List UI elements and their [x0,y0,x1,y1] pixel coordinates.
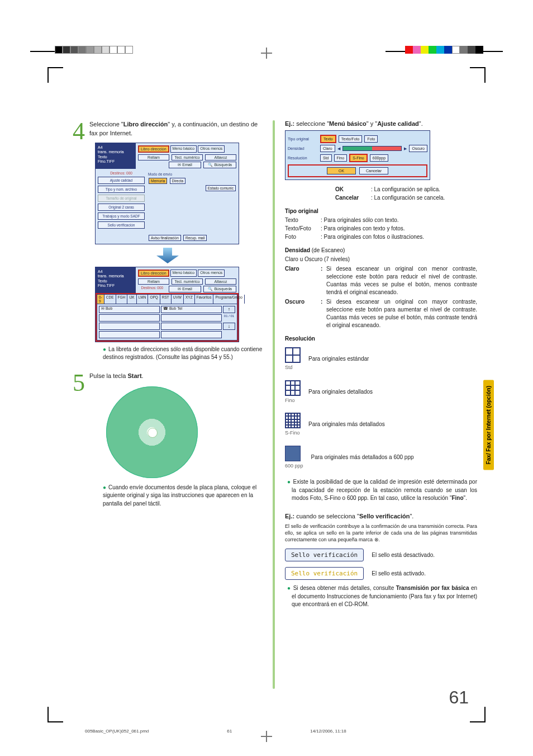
btn-aviso[interactable]: Aviso finalización [149,235,181,241]
ok-button[interactable]: OK [327,167,356,174]
step-number: 5 [73,372,85,394]
left-column: 4 Seleccione "Libro dirección" y, a cont… [73,120,263,689]
stamp-note: ●Si desea obtener más detalles, consulte… [285,584,477,609]
mfp-screenshot-1: A4 trans. memoria Texto Fino.TIFF Libro … [95,143,239,244]
btn-estado[interactable]: Estado comunic [206,185,236,191]
stamp-off-button[interactable]: Sello verificación [285,549,364,561]
btn-busqueda[interactable]: 🔍 Búsqueda [203,162,236,168]
reg-strip-left [30,46,147,57]
arrow-down-icon [156,248,179,263]
contact-bob-tel[interactable]: ☎ Bob Tel [161,306,222,313]
tab-libro[interactable]: Libro dirección [138,145,169,153]
column-separator [273,120,275,689]
crop-br [470,707,486,722]
densidad-block: Densidad (de Escaneo) Claro u Oscuro (7 … [285,247,477,329]
crop-tl [47,67,63,83]
side-buttons: Destinos: 000 Ajuste calidad Tipo y nom.… [98,171,145,229]
quality-panel-screenshot: Tipo original Texto Texto/Foto Foto Dens… [285,130,430,180]
step-text: Pulse la tecla Start. [73,372,263,381]
crop-tr [470,67,486,83]
qp-sfino[interactable]: S-Fino [349,154,368,162]
stamp-on-button[interactable]: Sello verificación [285,567,364,580]
scroll-up-icon[interactable]: ↑ [223,306,235,313]
btn-recup[interactable]: Recup. mail [183,235,207,241]
start-button-illustration [106,386,198,478]
example-2: Ej.: cuando se selecciona "Sello verific… [285,513,477,519]
page-content: 4 Seleccione "Libro dirección" y, a cont… [73,120,477,689]
btn-memoria[interactable]: Memoria [149,178,167,184]
ok-cancel-desc: OK: La configuración se aplica. Cancelar… [335,186,477,202]
qp-600ppp[interactable]: 600ppp [370,154,388,162]
qp-fino[interactable]: Fino [334,154,348,162]
btn-directa[interactable]: Directa [170,178,186,184]
std-icon [285,347,301,363]
sb-sadf[interactable]: Trabajos y modo SADF [98,212,145,220]
step-text: Seleccione "Libro dirección" y, a contin… [73,120,263,138]
stamp-off-label: El sello está desactivado. [372,552,435,558]
btn-email[interactable]: ✉ Email [169,162,202,168]
mfp-screenshot-2: A4 trans. memoria Texto Fino.TIFF Libro … [95,267,239,342]
sb-ajuste[interactable]: Ajuste calidad [98,177,145,184]
step-4: 4 Seleccione "Libro dirección" y, a cont… [73,120,263,362]
crop-bl [47,707,63,722]
sb-tamano[interactable]: Tamaño de original [98,195,145,202]
density-slider[interactable] [342,146,402,151]
scroll-down-icon[interactable]: ↓ [223,323,235,330]
sb-sello[interactable]: Sello verificación [98,221,145,229]
qp-claro[interactable]: Claro [320,145,335,152]
qp-oscuro[interactable]: Oscuro [409,145,427,152]
reg-strip-right [386,46,503,57]
btn-rellam[interactable]: Rellam [138,154,169,160]
addressbook-note: ●La libreta de direcciones sólo está dis… [73,346,263,362]
cancel-button[interactable]: Cancelar [359,167,388,174]
qp-texto[interactable]: Texto [320,135,336,143]
manual-page: Fax/ Fax por Internet (opción) 4 Selecci… [0,0,533,756]
tab-menu-basico[interactable]: Menú básico [170,145,197,153]
600ppp-icon [285,446,301,461]
qp-foto[interactable]: Foto [364,135,378,143]
tipo-original-block: Tipo original Texto: Para originales sól… [285,207,477,241]
sfino-icon [285,413,301,428]
example-1: Ej.: seleccione "Menú básico" y "Ajuste … [285,120,477,127]
address-book-highlight: 0-9 CDE FGH IJK LMN OPQ RST UVW XYZ Favo… [96,293,239,342]
btn-tecl[interactable]: Tecl. numérico [172,154,203,160]
fino-icon [285,380,301,396]
page-number: 61 [449,687,469,708]
stamp-desc: El sello de verificación contribuye a la… [285,523,477,543]
btn-altavoz[interactable]: Altavoz [205,154,236,160]
contact-bob[interactable]: ✉ Bob [99,306,160,313]
reg-cross-top [261,48,272,59]
qp-textofoto[interactable]: Texto/Foto [339,135,363,143]
section-tab: Fax/ Fax por Internet (opción) [483,380,494,470]
tab-otros[interactable]: Otros menús [198,145,225,153]
resolution-note: ●Existe la posibilidad de que la calidad… [285,478,477,503]
sb-tipo[interactable]: Tipo y nom. archivo [98,186,145,193]
sb-2caras[interactable]: Original 2 caras [98,204,145,211]
page-counter: 01 / 01 [223,314,235,322]
resolucion-block: Resolución Std Para originales estándar … [285,335,477,469]
ok-cancel-row: OK Cancelar [288,164,427,177]
panel-status: A4 trans. memoria Texto Fino.TIFF [96,143,136,169]
step-number: 4 [73,120,85,143]
stamp-on-label: El sello está activado. [372,570,426,577]
step-5: 5 Pulse la tecla Start. ●Cuando envíe do… [73,372,263,508]
right-column: Ej.: seleccione "Menú básico" y "Ajuste … [285,120,477,689]
footer: 005Basic_OP(UK)052_061.pmd 61 14/12/2006… [85,729,346,734]
flatbed-note: ●Cuando envíe documentos desde la placa … [73,484,263,508]
qp-std[interactable]: Std [320,154,332,162]
